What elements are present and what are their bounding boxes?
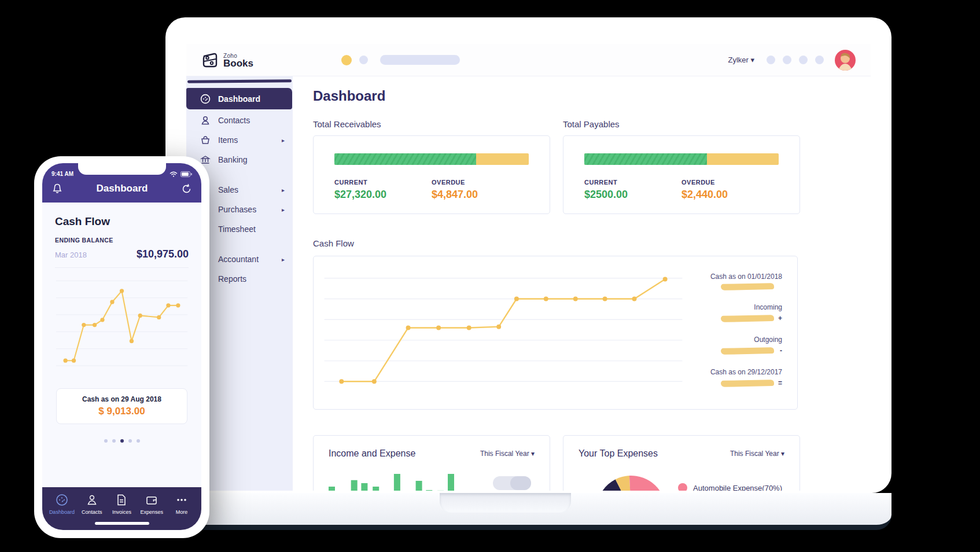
income-expense-card: Income and Expense This Fiscal Year ▾ [313,435,550,491]
cashflow-line-chart [322,264,685,403]
phone-page-title: Dashboard [63,183,181,194]
bell-icon[interactable] [51,183,63,194]
laptop-trackpad-notch [440,493,571,513]
carousel-dots[interactable] [55,439,189,443]
wallet-icon [145,494,158,506]
top-expenses-title: Your Top Expenses [579,448,658,459]
chevron-right-icon: ▸ [282,256,285,263]
fiscal-year-filter[interactable]: This Fiscal Year ▾ [730,450,784,458]
income-expense-title: Income and Expense [329,448,415,459]
main-content: Dashboard Total Receivables CURRENT [293,76,871,491]
sidebar-item-items[interactable]: Items ▸ [186,130,293,150]
month-label: Mar 2018 [55,251,87,259]
pie-legend-item: Automobile Expense(70%) [678,483,782,491]
income-expense-bar-chart [329,474,455,491]
nav-item-more[interactable]: More [167,494,197,515]
current-value: $2500.00 [584,189,681,201]
laptop-base [165,493,891,530]
payables-progress-current [584,153,707,165]
carousel-dot[interactable] [112,439,116,443]
basket-icon [200,135,211,145]
topbar-action-circle[interactable] [783,56,791,64]
current-label: CURRENT [584,179,681,186]
overdue-value: $2,440.00 [681,189,779,201]
nav-item-invoices[interactable]: Invoices [107,494,137,515]
receivables-card: CURRENT $27,320.00 OVERDUE $4,847.00 [313,135,550,214]
org-switcher[interactable]: Zylker ▾ [728,56,754,64]
cashflow-legend: Cash as on 01/01/2018 Incoming + Outgoin… [685,264,793,403]
bank-icon [200,154,211,165]
carousel-dot[interactable] [137,439,140,443]
nav-item-contacts[interactable]: Contacts [77,494,107,515]
ending-balance-label: ENDING BALANCE [55,237,189,244]
legend-scribble [721,380,774,387]
toggle-knob [510,476,531,490]
sidebar-item-label: Contacts [218,116,250,125]
receivables-progress-current [334,153,476,165]
laptop-frame: Zoho Books Zylker ▾ [165,17,891,493]
phone-notch [78,163,166,175]
topbar-search-placeholder[interactable] [380,55,460,65]
topbar-action-circle[interactable] [799,56,808,64]
phone-screen: 9:41 AM [42,163,201,530]
chevron-down-icon: ▾ [781,450,784,458]
sidebar-item-dashboard[interactable]: Dashboard [186,88,292,109]
fiscal-year-filter[interactable]: This Fiscal Year ▾ [480,450,535,458]
battery-icon [180,171,192,177]
overdue-value: $4,847.00 [432,189,529,201]
legend-item: Incoming + [685,303,782,322]
phone-cashflow-title: Cash Flow [55,215,189,228]
laptop-screen: Zoho Books Zylker ▾ [186,44,871,491]
sidebar-top-scribble [187,79,292,83]
current-label: CURRENT [334,179,432,186]
sidebar-item-label: Sales [218,185,238,194]
top-expenses-card: Your Top Expenses This Fiscal Year ▾ Aut… [563,435,800,491]
zoho-books-logo: Zoho Books [201,51,253,69]
topbar-yellow-dot [341,55,352,65]
chevron-down-icon: ▾ [531,450,535,458]
payables-card: CURRENT $2500.00 OVERDUE $2,440.00 [563,135,800,214]
legend-item: Outgoing - [685,336,782,355]
topbar-action-circle[interactable] [815,56,824,64]
legend-item: Cash as on 29/12/2017 = [685,368,782,387]
payables-progress [584,153,779,165]
user-avatar[interactable] [835,50,856,71]
income-expense-toggle[interactable] [493,476,531,490]
top-expenses-pie-chart [594,473,669,491]
chevron-down-icon: ▾ [750,56,754,64]
carousel-dot[interactable] [104,439,108,443]
overdue-label: OVERDUE [681,179,779,186]
carousel-dot-active[interactable] [120,439,124,443]
cash-as-on-value: $ 9,013.00 [61,406,182,417]
avatar-person-icon [835,51,856,71]
home-indicator[interactable] [95,522,149,525]
legend-scribble [721,283,774,290]
chevron-right-icon: ▸ [282,137,285,143]
sidebar-item-label: Accountant [218,255,259,264]
topbar-action-circle[interactable] [767,56,775,64]
divider [55,267,189,268]
sidebar-item-label: Dashboard [218,94,260,104]
phone-frame: 9:41 AM [34,156,209,538]
overdue-label: OVERDUE [432,179,529,186]
legend-scribble [721,347,774,355]
phone-cashflow-line-chart [55,269,189,385]
nav-item-dashboard[interactable]: Dashboard [47,494,77,515]
carousel-dot[interactable] [128,439,132,443]
cash-as-on-label: Cash as on 29 Aug 2018 [61,395,182,403]
sidebar-item-label: Items [218,135,238,145]
dashboard-gauge-icon [200,94,211,104]
legend-item: Cash as on 01/01/2018 [685,273,782,290]
current-value: $27,320.00 [334,189,432,201]
legend-scribble [721,315,774,322]
home-indicator-area [42,518,201,530]
refresh-icon[interactable] [181,183,192,194]
ending-balance-value: $10,975.00 [137,248,189,260]
nav-item-expenses[interactable]: Expenses [137,494,167,515]
app-topbar: Zoho Books Zylker ▾ [186,44,871,76]
cash-as-on-card: Cash as on 29 Aug 2018 $ 9,013.00 [56,388,187,424]
receivables-progress [334,153,529,165]
sidebar-item-contacts[interactable]: Contacts [186,111,293,130]
cashflow-title: Cash Flow [313,238,871,248]
phone-content: Cash Flow ENDING BALANCE Mar 2018 $10,97… [42,203,201,530]
